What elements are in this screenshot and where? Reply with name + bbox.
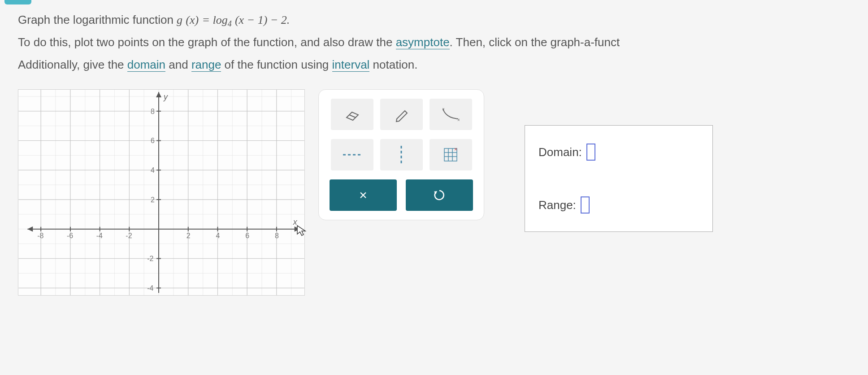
vdashed-tool[interactable] [380, 139, 423, 170]
text: notation. [369, 58, 417, 71]
svg-text:×: × [442, 107, 445, 112]
text: and [165, 58, 191, 71]
svg-text:-4: -4 [147, 284, 153, 292]
svg-text:2: 2 [151, 196, 155, 204]
grid-icon: × [443, 147, 459, 163]
eraser-icon [343, 108, 361, 121]
svg-marker-49 [295, 227, 300, 232]
range-link[interactable]: range [191, 58, 221, 72]
svg-text:6: 6 [151, 137, 155, 145]
problem-statement: Graph the logarithmic function g (x) = l… [18, 9, 850, 76]
interval-link[interactable]: interval [332, 58, 370, 72]
domain-link[interactable]: domain [127, 58, 165, 72]
svg-text:×: × [457, 118, 460, 122]
svg-text:4: 4 [151, 166, 155, 174]
text: Graph the logarithmic function [18, 13, 177, 26]
text: To do this, plot two points on the graph… [18, 35, 396, 49]
range-input[interactable] [581, 196, 590, 214]
vdashed-icon [397, 144, 406, 166]
text: = log [202, 13, 227, 26]
svg-text:×: × [454, 147, 457, 153]
hdashed-icon [341, 150, 363, 159]
pencil-icon [392, 105, 410, 123]
svg-text:6: 6 [245, 232, 249, 240]
svg-text:-6: -6 [67, 232, 73, 240]
svg-marker-50 [156, 92, 161, 97]
domain-label: Domain: [538, 145, 582, 159]
undo-icon [433, 188, 446, 202]
hdashed-tool[interactable] [331, 139, 373, 170]
range-label: Range: [538, 198, 576, 212]
text: 4 [228, 19, 232, 28]
eraser-tool[interactable] [331, 99, 373, 130]
text: . Then, click on the graph-a-funct [450, 35, 620, 49]
text: (x − 1) − 2. [235, 13, 290, 26]
svg-text:-4: -4 [96, 232, 103, 240]
x-axis-label: x [293, 218, 298, 227]
curve-icon: × × [439, 105, 462, 123]
svg-marker-48 [27, 227, 33, 232]
svg-text:-2: -2 [126, 232, 132, 240]
text: Additionally, give the [18, 58, 127, 71]
svg-text:8: 8 [151, 108, 155, 115]
y-axis-label: y [163, 92, 168, 101]
svg-text:-2: -2 [147, 255, 153, 262]
graph-canvas[interactable]: y x -8 -6 -4 -2 2 4 6 8 8 6 4 2 -2 -4 [18, 89, 305, 296]
grid-tool[interactable]: × [430, 139, 472, 170]
text: g [177, 13, 182, 26]
domain-input[interactable] [586, 144, 595, 161]
answer-panel: Domain: Range: [525, 125, 713, 232]
graph-svg: y x -8 -6 -4 -2 2 4 6 8 8 6 4 2 -2 -4 [18, 90, 304, 295]
asymptote-link[interactable]: asymptote [396, 35, 450, 49]
text: (x) [186, 13, 199, 26]
curve-tool[interactable]: × × [430, 99, 472, 130]
svg-text:8: 8 [275, 232, 279, 240]
pencil-tool[interactable] [380, 99, 423, 130]
svg-text:4: 4 [216, 232, 220, 240]
tool-panel: × × [318, 89, 484, 220]
x-icon: × [359, 188, 367, 203]
undo-button[interactable] [406, 179, 473, 211]
text: of the function using [221, 58, 332, 71]
svg-text:2: 2 [187, 232, 191, 240]
svg-line-79 [349, 115, 356, 118]
clear-button[interactable]: × [330, 179, 397, 211]
svg-text:-8: -8 [37, 232, 43, 240]
status-badge [4, 0, 31, 4]
